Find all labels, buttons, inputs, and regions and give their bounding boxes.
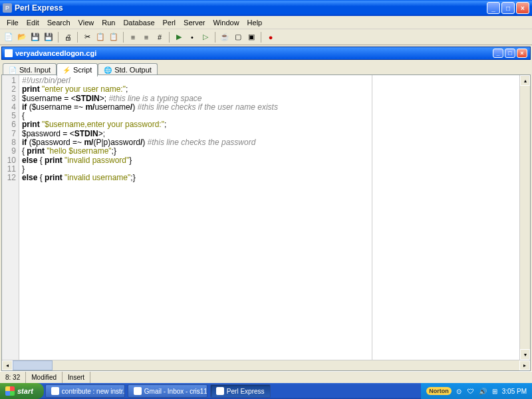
new-file-icon[interactable]: 📄	[3, 31, 15, 43]
vertical-ruler	[372, 75, 372, 360]
cursor-position: 8: 32	[0, 372, 26, 383]
scroll-track[interactable]	[13, 360, 519, 370]
editor-tabs: 📄Std. Input ⚡Script 🌐Std. Output	[0, 61, 532, 76]
debug-icon[interactable]: ☕	[219, 31, 231, 43]
taskbar-item-perlexpress[interactable]: Perl Express	[210, 384, 271, 398]
separator	[58, 32, 59, 43]
separator	[169, 32, 170, 43]
norton-badge[interactable]: Norton	[426, 387, 452, 395]
window-icon[interactable]: ▢	[232, 31, 244, 43]
taskbar-item-contribute[interactable]: contribute : new instr...	[45, 384, 125, 398]
doc-maximize-button[interactable]: □	[505, 49, 515, 58]
start-label: start	[17, 387, 33, 395]
tab-label: Std. Input	[19, 66, 51, 74]
tab-label: Script	[73, 66, 92, 74]
menu-server[interactable]: Server	[180, 17, 209, 28]
line-gutter: 123456789101112	[2, 75, 19, 360]
menu-view[interactable]: View	[74, 17, 98, 28]
scroll-left-icon[interactable]: ◂	[2, 360, 13, 370]
input-icon: 📄	[9, 66, 17, 74]
save-all-icon[interactable]: 💾	[43, 31, 55, 43]
divider-icon: •	[186, 31, 198, 43]
taskbar-label: Perl Express	[227, 388, 265, 395]
doc-close-button[interactable]: ×	[517, 49, 527, 58]
toolbar: 📄 📂 💾 💾 🖨 ✂ 📋 📋 ≡ ≡ # ▶ • ▷ ☕ ▢ ▣ ●	[0, 29, 532, 45]
record-icon[interactable]: ●	[265, 31, 277, 43]
menu-bar: File Edit Search View Run Database Perl …	[0, 16, 532, 29]
maximize-button[interactable]: □	[501, 2, 515, 14]
scroll-up-icon[interactable]: ▴	[520, 75, 530, 86]
paste-icon[interactable]: 📋	[108, 31, 120, 43]
cut-icon[interactable]: ✂	[81, 31, 93, 43]
menu-file[interactable]: File	[3, 17, 23, 28]
tab-label: Std. Output	[114, 66, 152, 74]
script-icon: ⚡	[63, 66, 70, 74]
code-area[interactable]: #!/usr/bin/perlprint "enter your user na…	[19, 75, 519, 360]
menu-edit[interactable]: Edit	[23, 17, 43, 28]
indent-icon[interactable]: ≡	[127, 31, 139, 43]
taskbar-item-gmail[interactable]: Gmail - Inbox - cris11...	[128, 384, 207, 398]
vertical-scrollbar[interactable]: ▴ ▾	[519, 75, 530, 360]
output-icon: 🌐	[104, 66, 112, 74]
windows-taskbar: start contribute : new instr... Gmail - …	[0, 383, 532, 399]
tray-icon[interactable]: ⊞	[490, 386, 499, 396]
system-tray: Norton ⊙ 🛡 🔊 ⊞ 3:05 PM	[421, 383, 532, 399]
status-bar: 8: 32 Modified Insert	[0, 371, 532, 383]
menu-window[interactable]: Window	[209, 17, 243, 28]
scroll-down-icon[interactable]: ▾	[520, 349, 530, 360]
menu-run[interactable]: Run	[98, 17, 119, 28]
run-icon[interactable]: ▶	[173, 31, 185, 43]
editor-body: 123456789101112 #!/usr/bin/perlprint "en…	[2, 75, 530, 360]
scroll-thumb[interactable]	[13, 360, 53, 370]
tray-icon[interactable]: ⊙	[454, 386, 464, 396]
app-icon: P	[3, 3, 12, 13]
start-button[interactable]: start	[0, 383, 44, 399]
minimize-button[interactable]: _	[487, 2, 500, 14]
windows-logo-icon	[5, 386, 15, 396]
document-icon	[5, 49, 13, 57]
modified-status: Modified	[26, 372, 63, 383]
separator	[261, 32, 261, 43]
menu-help[interactable]: Help	[243, 17, 267, 28]
app-icon	[51, 387, 59, 395]
tray-icon[interactable]: 🔊	[478, 386, 487, 396]
taskbar-label: Gmail - Inbox - cris11...	[144, 388, 207, 395]
app-icon	[216, 387, 224, 395]
horizontal-scrollbar[interactable]: ◂ ▸	[2, 360, 530, 370]
editor: 123456789101112 #!/usr/bin/perlprint "en…	[1, 74, 531, 371]
copy-icon[interactable]: 📋	[94, 31, 106, 43]
app-icon	[134, 387, 142, 395]
outdent-icon[interactable]: ≡	[140, 31, 152, 43]
clock[interactable]: 3:05 PM	[502, 388, 527, 395]
tool-icon[interactable]: ▣	[245, 31, 257, 43]
separator	[215, 32, 215, 43]
menu-database[interactable]: Database	[119, 17, 158, 28]
menu-search[interactable]: Search	[43, 17, 74, 28]
app-titlebar: P Perl Express _ □ ×	[0, 0, 532, 16]
tab-script[interactable]: ⚡Script	[57, 63, 98, 76]
close-button[interactable]: ×	[516, 2, 529, 14]
document-titlebar: veryadvancedlogon.cgi _ □ ×	[1, 47, 531, 60]
document-filename: veryadvancedlogon.cgi	[15, 49, 491, 57]
save-icon[interactable]: 💾	[29, 31, 41, 43]
separator	[77, 32, 78, 43]
run-step-icon[interactable]: ▷	[200, 31, 211, 43]
taskbar-label: contribute : new instr...	[62, 388, 125, 395]
insert-mode: Insert	[63, 372, 90, 383]
app-title: Perl Express	[15, 3, 485, 13]
doc-minimize-button[interactable]: _	[493, 49, 503, 58]
open-icon[interactable]: 📂	[16, 31, 28, 43]
menu-perl[interactable]: Perl	[159, 17, 180, 28]
tray-icon[interactable]: 🛡	[466, 386, 475, 396]
print-icon[interactable]: 🖨	[62, 31, 74, 43]
scroll-track[interactable]	[520, 86, 530, 349]
comment-icon[interactable]: #	[154, 31, 166, 43]
separator	[123, 32, 124, 43]
scroll-right-icon[interactable]: ▸	[519, 360, 530, 370]
